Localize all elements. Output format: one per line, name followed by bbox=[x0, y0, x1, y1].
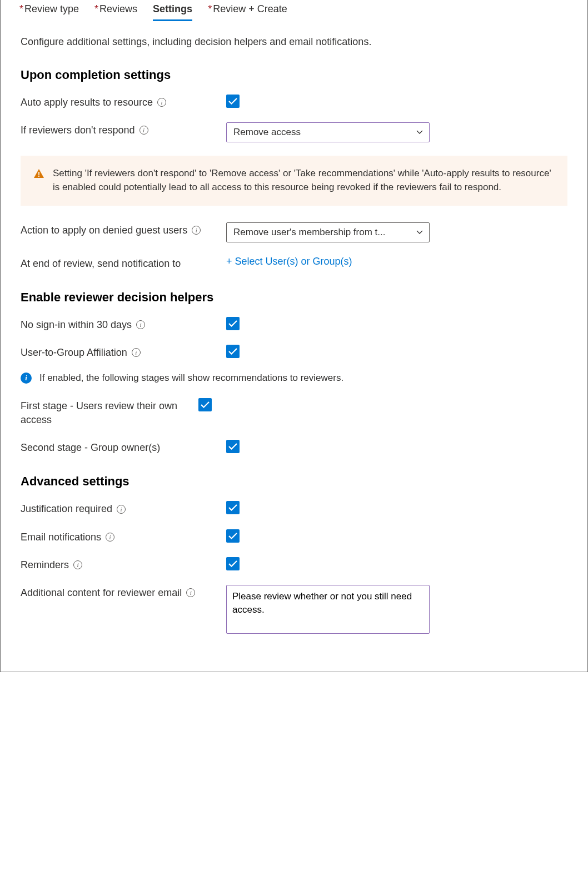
section-heading-advanced: Advanced settings bbox=[21, 474, 567, 489]
no-respond-label: If reviewers don't respond bbox=[21, 123, 135, 137]
extra-content-textarea[interactable] bbox=[226, 585, 430, 634]
info-icon[interactable]: i bbox=[157, 98, 166, 107]
info-banner: i If enabled, the following stages will … bbox=[21, 373, 567, 384]
tabs: *Review type *Reviews Settings *Review +… bbox=[19, 0, 567, 21]
warning-message: Setting 'If reviewers don't respond' to … bbox=[53, 167, 554, 194]
no-respond-select[interactable]: Remove access bbox=[226, 122, 430, 142]
justification-checkbox[interactable] bbox=[226, 501, 240, 514]
tab-review-type[interactable]: *Review type bbox=[19, 1, 79, 21]
info-icon[interactable]: i bbox=[192, 226, 201, 235]
warning-banner: Setting 'If reviewers don't respond' to … bbox=[21, 156, 567, 205]
page-description: Configure additional settings, including… bbox=[21, 36, 567, 48]
stage2-label: Second stage - Group owner(s) bbox=[21, 441, 160, 454]
email-notifications-checkbox[interactable] bbox=[226, 529, 240, 543]
denied-guest-select[interactable]: Remove user's membership from t... bbox=[226, 222, 430, 242]
info-banner-message: If enabled, the following stages will sh… bbox=[39, 373, 343, 384]
no-signin-label: No sign-in within 30 days bbox=[21, 318, 132, 331]
chevron-down-icon bbox=[416, 229, 423, 236]
reminders-label: Reminders bbox=[21, 558, 69, 572]
info-icon[interactable]: i bbox=[136, 320, 145, 329]
info-icon[interactable]: i bbox=[139, 126, 148, 135]
reminders-checkbox[interactable] bbox=[226, 557, 240, 570]
stage2-checkbox[interactable] bbox=[226, 440, 240, 453]
select-users-link[interactable]: + Select User(s) or Group(s) bbox=[226, 254, 352, 267]
info-icon[interactable]: i bbox=[117, 505, 126, 514]
notify-label: At end of review, send notification to bbox=[21, 257, 181, 270]
stage1-checkbox[interactable] bbox=[198, 398, 212, 411]
justification-label: Justification required bbox=[21, 502, 112, 515]
auto-apply-label: Auto apply results to resource bbox=[21, 96, 153, 109]
section-heading-helpers: Enable reviewer decision helpers bbox=[21, 290, 567, 305]
tab-settings[interactable]: Settings bbox=[153, 1, 192, 21]
info-icon[interactable]: i bbox=[132, 348, 141, 357]
extra-content-label: Additional content for reviewer email bbox=[21, 586, 182, 599]
info-icon[interactable]: i bbox=[106, 533, 114, 542]
auto-apply-checkbox[interactable] bbox=[226, 95, 240, 108]
info-icon[interactable]: i bbox=[73, 560, 82, 569]
affiliation-label: User-to-Group Affiliation bbox=[21, 346, 127, 359]
chevron-down-icon bbox=[416, 128, 423, 136]
email-notifications-label: Email notifications bbox=[21, 530, 101, 544]
tab-review-create[interactable]: *Review + Create bbox=[208, 1, 287, 21]
tab-reviews[interactable]: *Reviews bbox=[94, 1, 137, 21]
section-heading-completion: Upon completion settings bbox=[21, 68, 567, 82]
stage1-label: First stage - Users review their own acc… bbox=[21, 399, 198, 426]
affiliation-checkbox[interactable] bbox=[226, 345, 240, 358]
no-signin-checkbox[interactable] bbox=[226, 317, 240, 330]
info-icon[interactable]: i bbox=[186, 588, 195, 597]
denied-guest-label: Action to apply on denied guest users bbox=[21, 224, 187, 237]
info-circle-icon: i bbox=[21, 373, 32, 384]
warning-icon bbox=[34, 169, 44, 178]
